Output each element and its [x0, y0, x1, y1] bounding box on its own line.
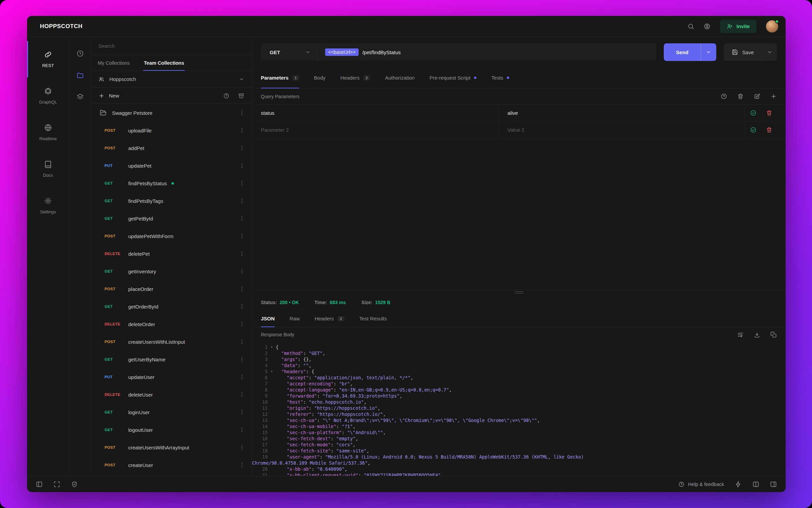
request-item[interactable]: POST createUsersWithArrayInput — [91, 439, 252, 456]
avatar[interactable] — [766, 20, 778, 33]
response-tab-test-results[interactable]: Test Results — [359, 310, 387, 327]
collections-tab-team-collections[interactable]: Team Collections — [143, 55, 185, 70]
request-item[interactable]: GET loginUser — [91, 403, 252, 421]
more-options-icon[interactable] — [239, 251, 245, 257]
history-icon[interactable] — [76, 50, 84, 57]
request-item[interactable]: PUT updatePet — [91, 157, 252, 174]
response-tab-json[interactable]: JSON — [261, 310, 275, 327]
request-item[interactable]: GET logoutUser — [91, 421, 252, 439]
param-value-input[interactable]: Value 2 — [498, 122, 745, 138]
more-options-icon[interactable] — [239, 268, 245, 274]
shortcuts-icon[interactable] — [735, 481, 742, 488]
collections-tab-my-collections[interactable]: My Collections — [97, 55, 130, 70]
request-item[interactable]: DELETE deleteOrder — [91, 315, 252, 333]
pane-resizer[interactable] — [252, 290, 786, 295]
collections-icon[interactable] — [76, 71, 84, 79]
request-tab-authorization[interactable]: Authorization — [385, 67, 415, 88]
response-tab-raw[interactable]: Raw — [290, 310, 300, 327]
more-options-icon[interactable] — [239, 198, 245, 204]
new-collection-button[interactable]: New — [98, 93, 119, 99]
param-active-toggle[interactable] — [750, 127, 757, 133]
request-tab-body[interactable]: Body — [314, 67, 325, 88]
more-options-icon[interactable] — [239, 462, 245, 468]
more-options-icon[interactable] — [239, 145, 245, 151]
request-item[interactable]: GET getInventory — [91, 262, 252, 280]
request-item[interactable]: DELETE deleteUser — [91, 386, 252, 403]
help-icon[interactable] — [721, 93, 727, 100]
add-param-icon[interactable] — [770, 93, 777, 100]
more-options-icon[interactable] — [239, 303, 245, 310]
import-export-icon[interactable] — [238, 93, 244, 99]
search-input[interactable] — [98, 43, 244, 49]
save-button[interactable]: Save — [724, 43, 762, 61]
request-tab-parameters[interactable]: Parameters 1 — [261, 67, 299, 88]
more-options-icon[interactable] — [239, 110, 245, 116]
sidebar-item-realtime[interactable]: Realtime — [27, 114, 69, 151]
more-options-icon[interactable] — [239, 127, 245, 133]
toggle-sidebar-icon[interactable] — [36, 481, 43, 488]
interceptor-icon[interactable] — [71, 481, 78, 488]
more-options-icon[interactable] — [239, 321, 245, 327]
more-options-icon[interactable] — [239, 374, 245, 380]
request-item[interactable]: GET getUserByName — [91, 351, 252, 368]
request-item[interactable]: GET findPetsByTags — [91, 192, 252, 210]
more-options-icon[interactable] — [239, 427, 245, 433]
request-item[interactable]: POST createUsersWithListInput — [91, 333, 252, 351]
param-active-toggle[interactable] — [750, 110, 757, 116]
clear-all-icon[interactable] — [737, 93, 744, 100]
toggle-right-panel-icon[interactable] — [770, 481, 777, 488]
request-item[interactable]: POST updatePetWithForm — [91, 227, 252, 245]
split-view-icon[interactable] — [752, 481, 759, 488]
more-options-icon[interactable] — [239, 391, 245, 398]
method-select[interactable]: GET — [261, 43, 318, 61]
more-options-icon[interactable] — [239, 339, 245, 345]
url-input[interactable]: <<baseUrl>> /pet/findByStatus — [318, 43, 656, 61]
request-tab-pre-request-script[interactable]: Pre-request Script — [429, 67, 476, 88]
more-options-icon[interactable] — [239, 215, 245, 221]
request-item[interactable]: DELETE deletePet — [91, 245, 252, 262]
param-value-input[interactable]: alive — [498, 105, 745, 121]
request-item[interactable]: POST uploadFile — [91, 122, 252, 139]
team-selector[interactable]: Hoppscotch — [91, 71, 252, 88]
environments-icon[interactable] — [76, 93, 84, 101]
search-icon[interactable] — [687, 23, 694, 30]
param-key-input[interactable]: status — [252, 105, 498, 121]
help-icon[interactable] — [223, 93, 229, 99]
account-icon[interactable] — [704, 23, 710, 30]
more-options-icon[interactable] — [239, 180, 245, 186]
more-options-icon[interactable] — [239, 444, 245, 450]
request-item[interactable]: POST addPet — [91, 139, 252, 157]
more-options-icon[interactable] — [239, 286, 245, 292]
expand-icon[interactable] — [53, 481, 60, 488]
save-options-button[interactable] — [762, 43, 777, 61]
param-delete-icon[interactable] — [766, 110, 772, 116]
request-item[interactable]: POST placeOrder — [91, 280, 252, 298]
collection-folder[interactable]: Swagger Petstore — [91, 104, 252, 122]
request-item[interactable]: GET getOrderById — [91, 298, 252, 315]
download-icon[interactable] — [754, 332, 760, 338]
fold-arrow-icon[interactable]: ▾ — [268, 344, 276, 350]
param-delete-icon[interactable] — [766, 127, 772, 133]
param-key-input[interactable]: Parameter 2 — [252, 122, 498, 138]
sidebar-item-docs[interactable]: Docs — [27, 151, 69, 187]
request-item[interactable]: PUT updateUser — [91, 368, 252, 386]
sidebar-item-settings[interactable]: Settings — [27, 187, 69, 224]
copy-icon[interactable] — [770, 332, 777, 338]
request-item[interactable]: GET findPetsByStatus — [91, 174, 252, 192]
more-options-icon[interactable] — [239, 163, 245, 169]
invite-button[interactable]: Invite — [720, 20, 757, 33]
more-options-icon[interactable] — [239, 233, 245, 239]
request-tab-tests[interactable]: Tests — [491, 67, 509, 88]
more-options-icon[interactable] — [239, 356, 245, 362]
fold-arrow-icon[interactable]: ▾ — [268, 368, 276, 375]
sidebar-item-graphql[interactable]: GraphQL — [27, 78, 69, 114]
request-item[interactable]: POST createUser — [91, 456, 252, 474]
send-options-button[interactable] — [701, 43, 716, 61]
send-button[interactable]: Send — [664, 43, 701, 61]
more-options-icon[interactable] — [239, 409, 245, 415]
wrap-lines-icon[interactable] — [737, 332, 744, 338]
request-tab-headers[interactable]: Headers 2 — [340, 67, 370, 88]
request-item[interactable]: GET getPetById — [91, 210, 252, 227]
sidebar-item-rest[interactable]: REST — [27, 41, 69, 78]
help-feedback-button[interactable]: Help & feedback — [678, 481, 724, 487]
